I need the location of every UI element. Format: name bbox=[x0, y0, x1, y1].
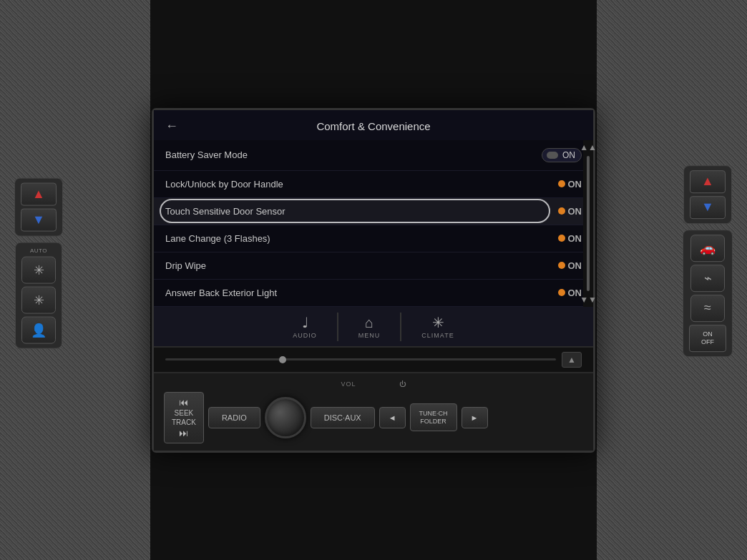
battery-saver-toggle[interactable]: ON bbox=[542, 148, 582, 162]
right-tune-arrow: ► bbox=[471, 413, 479, 422]
left-carbon-panel: ▲ ▼ AUTO ✳ ✳ 👤 bbox=[0, 0, 150, 560]
tune-label-group: TUNE·CH FOLDER bbox=[419, 410, 448, 425]
menu-item-lane-change[interactable]: Lane Change (3 Flashes) ON bbox=[154, 225, 593, 252]
on-off-button[interactable]: ON OFF bbox=[689, 325, 726, 352]
menu-list: Battery Saver Mode ON Lock/Unlock by Doo… bbox=[154, 140, 593, 307]
menu-item-touch-sensor[interactable]: Touch Sensitive Door Sensor ON bbox=[154, 198, 593, 225]
climate-label: CLIMATE bbox=[421, 332, 454, 339]
on-label: ON bbox=[703, 330, 713, 338]
left-arrow-group: ▲ ▼ bbox=[14, 177, 63, 236]
seek-back-icon: ⏮ bbox=[179, 397, 188, 408]
seat-button[interactable]: 👤 bbox=[21, 316, 56, 343]
battery-saver-label: Battery Saver Mode bbox=[165, 149, 542, 160]
wiper-button[interactable]: ⌁ bbox=[690, 265, 725, 292]
touch-sensor-dot bbox=[558, 207, 565, 215]
menu-item-battery-saver[interactable]: Battery Saver Mode ON bbox=[154, 140, 593, 171]
drip-wipe-toggle[interactable]: ON bbox=[558, 260, 582, 271]
tune-label: TUNE·CH bbox=[419, 410, 448, 417]
controls-row: ⏮ SEEK TRACK ⏭ RADIO DISC·AUX ◄ TUNE·CH … bbox=[164, 392, 583, 443]
tune-ch-button[interactable]: ◄ bbox=[379, 407, 406, 428]
radio-button[interactable]: RADIO bbox=[208, 407, 260, 428]
folder-label: FOLDER bbox=[420, 418, 446, 425]
lock-unlock-label: Lock/Unlock by Door Handle bbox=[165, 179, 558, 190]
eject-button[interactable]: ▲ bbox=[562, 352, 582, 368]
tune-ch-label-btn[interactable]: TUNE·CH FOLDER bbox=[410, 403, 457, 431]
scroll-bar-thumb bbox=[587, 156, 590, 291]
right-button-cluster: ▲ ▼ 🚗 ⌁ ≈ ON OFF bbox=[683, 165, 733, 357]
touch-sensor-label: Touch Sensitive Door Sensor bbox=[165, 206, 558, 217]
slider-area: ▲ bbox=[154, 348, 593, 372]
scroll-down-arrow[interactable]: ▼▼ bbox=[580, 295, 597, 304]
battery-saver-status: ON bbox=[562, 150, 575, 160]
infotainment-unit: ← Comfort & Convenience Battery Saver Mo… bbox=[152, 108, 595, 453]
right-down-button[interactable]: ▼ bbox=[690, 196, 726, 219]
lane-change-label: Lane Change (3 Flashes) bbox=[165, 233, 558, 244]
drip-wipe-status: ON bbox=[568, 260, 582, 271]
disc-aux-button[interactable]: DISC·AUX bbox=[311, 407, 375, 428]
nav-bar: ♩ AUDIO ⌂ MENU ✳ CLIMATE bbox=[154, 307, 593, 346]
left-down-button[interactable]: ▼ bbox=[21, 208, 57, 231]
drip-wipe-label: Drip Wipe bbox=[165, 260, 558, 271]
track-label: TRACK bbox=[172, 418, 196, 426]
menu-label: MENU bbox=[358, 332, 381, 339]
lock-unlock-toggle[interactable]: ON bbox=[558, 179, 582, 190]
fan-button[interactable]: ✳ bbox=[21, 256, 56, 283]
right-up-button[interactable]: ▲ bbox=[690, 170, 726, 193]
left-function-group: AUTO ✳ ✳ 👤 bbox=[15, 242, 62, 348]
right-arrow-group: ▲ ▼ bbox=[683, 165, 732, 224]
right-function-group: 🚗 ⌁ ≈ ON OFF bbox=[683, 230, 733, 357]
nav-item-menu[interactable]: ⌂ MENU bbox=[338, 313, 401, 342]
menu-item-drip-wipe[interactable]: Drip Wipe ON bbox=[154, 252, 593, 280]
touch-sensor-status: ON bbox=[568, 206, 582, 217]
bottom-controls: VOL ⏻ ⏮ SEEK TRACK ⏭ RADIO DISC·AUX ◄ bbox=[154, 372, 593, 451]
defrost-button[interactable]: ≈ bbox=[690, 295, 725, 322]
back-button[interactable]: ← bbox=[165, 119, 185, 134]
answer-back-dot bbox=[558, 289, 565, 296]
climate-icon: ✳ bbox=[432, 315, 444, 330]
switch-knob bbox=[547, 152, 558, 159]
slider-thumb bbox=[279, 356, 286, 363]
tune-right-button[interactable]: ► bbox=[462, 407, 488, 428]
left-tune-arrow: ◄ bbox=[389, 413, 396, 422]
seek-forward-icon: ⏭ bbox=[179, 428, 188, 438]
vol-label-row: VOL ⏻ bbox=[164, 380, 583, 388]
menu-icon: ⌂ bbox=[365, 315, 374, 330]
touch-sensor-toggle[interactable]: ON bbox=[558, 206, 582, 217]
lock-unlock-status: ON bbox=[568, 179, 582, 190]
volume-knob[interactable] bbox=[265, 397, 306, 438]
auto-label: AUTO bbox=[30, 247, 47, 253]
audio-icon: ♩ bbox=[302, 315, 308, 330]
menu-item-answer-back[interactable]: Answer Back Exterior Light ON bbox=[154, 280, 593, 307]
drip-wipe-dot bbox=[558, 262, 565, 269]
nav-item-climate[interactable]: ✳ CLIMATE bbox=[401, 313, 474, 342]
nav-item-audio[interactable]: ♩ AUDIO bbox=[273, 313, 337, 342]
left-button-cluster: ▲ ▼ AUTO ✳ ✳ 👤 bbox=[14, 177, 63, 348]
seek-arrows-row: ⏮ bbox=[179, 397, 188, 408]
screen: ← Comfort & Convenience Battery Saver Mo… bbox=[154, 110, 593, 348]
seek-track-label: SEEK bbox=[175, 409, 194, 417]
fan-button-2[interactable]: ✳ bbox=[21, 286, 56, 313]
lane-change-toggle[interactable]: ON bbox=[558, 233, 582, 244]
answer-back-label: Answer Back Exterior Light bbox=[165, 288, 558, 298]
audio-label: AUDIO bbox=[293, 332, 317, 339]
car-button[interactable]: 🚗 bbox=[690, 235, 725, 262]
lane-change-dot bbox=[558, 235, 565, 242]
lane-change-status: ON bbox=[568, 233, 582, 244]
vol-label: VOL bbox=[341, 380, 356, 388]
power-label: ⏻ bbox=[399, 380, 406, 388]
menu-item-lock-unlock[interactable]: Lock/Unlock by Door Handle ON bbox=[154, 171, 593, 198]
off-label: OFF bbox=[701, 338, 714, 346]
lock-unlock-dot bbox=[558, 180, 565, 187]
progress-slider[interactable] bbox=[165, 358, 556, 360]
answer-back-toggle[interactable]: ON bbox=[558, 288, 582, 298]
scrollbar[interactable]: ▲▲ ▼▼ bbox=[583, 140, 593, 307]
car-panel: ▲ ▼ AUTO ✳ ✳ 👤 ▲ ▼ 🚗 ⌁ ≈ ON bbox=[0, 0, 747, 560]
scroll-up-arrow[interactable]: ▲▲ bbox=[580, 143, 597, 152]
left-up-button[interactable]: ▲ bbox=[21, 182, 57, 205]
right-carbon-panel: ▲ ▼ 🚗 ⌁ ≈ ON OFF bbox=[597, 0, 747, 560]
seek-track-button[interactable]: ⏮ SEEK TRACK ⏭ bbox=[164, 392, 204, 443]
screen-header: ← Comfort & Convenience bbox=[154, 110, 593, 140]
screen-title: Comfort & Convenience bbox=[194, 120, 553, 132]
